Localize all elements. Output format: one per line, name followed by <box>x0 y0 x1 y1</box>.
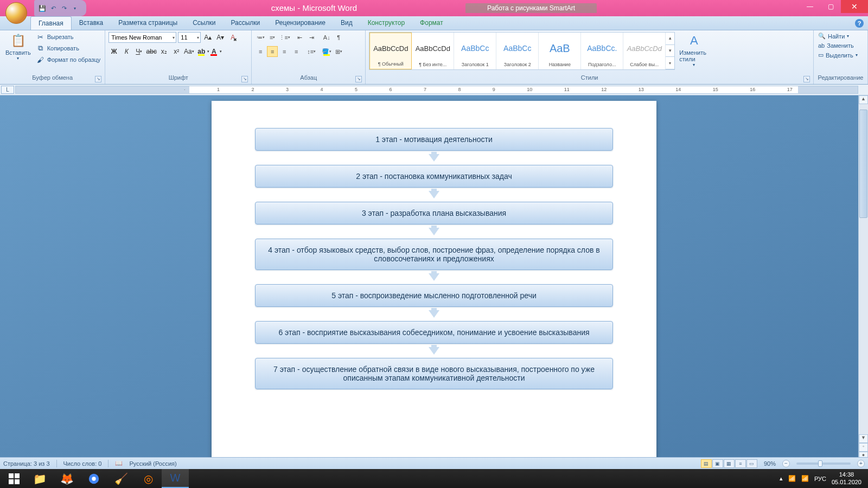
scroll-thumb[interactable] <box>859 110 867 218</box>
style-item[interactable]: AaBbCcDd¶ Без инте... <box>412 33 454 69</box>
bold-button[interactable]: Ж <box>108 46 119 57</box>
zoom-slider[interactable] <box>796 463 851 465</box>
styles-dialog-launcher[interactable]: ↘ <box>803 76 810 82</box>
taskbar-word[interactable]: W <box>162 469 189 488</box>
find-button[interactable]: 🔍Найти▾ <box>817 32 859 40</box>
redo-icon[interactable]: ↷ <box>59 3 69 13</box>
line-spacing-button[interactable]: ↕≡▾ <box>306 46 317 57</box>
horizontal-ruler[interactable]: ·1234567891011121314151617 <box>15 86 858 94</box>
tab-рассылки[interactable]: Рассылки <box>223 16 267 30</box>
page[interactable]: 1 этап - мотивация деятельности2 этап - … <box>212 101 656 469</box>
close-button[interactable]: ✕ <box>841 0 868 13</box>
smartart-step[interactable]: 3 этап - разработка плана высказывания <box>255 202 613 224</box>
tab-selector[interactable]: L <box>1 86 14 94</box>
gallery-up-icon[interactable]: ▲ <box>666 33 674 45</box>
tab-вставка[interactable]: Вставка <box>72 16 111 30</box>
font-size-combo[interactable]: 11▾ <box>178 32 201 43</box>
grow-font-button[interactable]: A▴ <box>202 32 213 43</box>
justify-button[interactable]: ≡ <box>291 46 302 57</box>
tab-рецензирование[interactable]: Рецензирование <box>267 16 333 30</box>
change-case-button[interactable]: Aa▾ <box>183 46 194 57</box>
minimize-button[interactable]: — <box>800 0 820 13</box>
vertical-scrollbar[interactable]: ▲ ▼ ◦ ● ◦ <box>858 95 868 469</box>
draft-view[interactable]: ▭ <box>746 459 757 468</box>
style-item[interactable]: AaBbCcЗаголовок 1 <box>454 33 496 69</box>
highlight-color-button[interactable]: ab▾ <box>196 46 207 57</box>
tab-разметка-страницы[interactable]: Разметка страницы <box>111 16 185 30</box>
zoom-in-button[interactable]: + <box>857 460 865 467</box>
tab-вид[interactable]: Вид <box>333 16 360 30</box>
tray-clock[interactable]: 14:38 05.01.2020 <box>832 471 861 485</box>
tray-network-icon[interactable]: 📶 <box>788 475 796 482</box>
underline-button[interactable]: Ч▾ <box>133 46 144 57</box>
prev-page-icon[interactable]: ◦ <box>859 443 868 452</box>
bullets-button[interactable]: ≔▾ <box>255 32 266 43</box>
zoom-value[interactable]: 90% <box>764 460 776 467</box>
taskbar-explorer[interactable]: 📁 <box>26 469 53 488</box>
shrink-font-button[interactable]: A▾ <box>215 32 226 43</box>
taskbar-chrome[interactable] <box>80 469 107 488</box>
gallery-down-icon[interactable]: ▼ <box>666 45 674 57</box>
subscript-button[interactable]: x₂ <box>158 46 169 57</box>
tab-формат[interactable]: Формат <box>412 16 451 30</box>
font-color-button[interactable]: A▾ <box>208 46 219 57</box>
full-screen-view[interactable]: ▣ <box>712 459 723 468</box>
zoom-out-button[interactable]: − <box>782 460 790 467</box>
qat-customize-icon[interactable]: ▾ <box>70 3 80 13</box>
smartart-step[interactable]: 7 этап - осуществление обратной связи в … <box>255 358 613 389</box>
tray-volume-icon[interactable]: 📶 <box>801 475 809 482</box>
style-item[interactable]: AaBbCcDdСлабое вы... <box>623 33 666 69</box>
gallery-more-icon[interactable]: ▾ <box>666 57 674 69</box>
print-layout-view[interactable]: ▤ <box>701 459 712 468</box>
smartart-diagram[interactable]: 1 этап - мотивация деятельности2 этап - … <box>244 128 624 389</box>
replace-button[interactable]: abЗаменить <box>817 42 859 49</box>
save-icon[interactable]: 💾 <box>37 3 47 13</box>
smartart-step[interactable]: 5 этап - воспроизведение мысленно подгот… <box>255 284 613 307</box>
clear-formatting-button[interactable]: A✖ <box>227 32 238 43</box>
paragraph-dialog-launcher[interactable]: ↘ <box>355 76 362 82</box>
proofing-icon[interactable]: 📖 <box>115 460 123 467</box>
numbering-button[interactable]: ≡▾ <box>267 32 278 43</box>
font-dialog-launcher[interactable]: ↘ <box>241 76 248 82</box>
tray-show-hidden-icon[interactable]: ▴ <box>780 475 783 482</box>
scroll-down-icon[interactable]: ▼ <box>859 434 868 443</box>
tab-конструктор[interactable]: Конструктор <box>360 16 412 30</box>
clipboard-dialog-launcher[interactable]: ↘ <box>95 76 101 82</box>
scroll-up-icon[interactable]: ▲ <box>859 95 868 104</box>
style-item[interactable]: AaBbCcDd¶ Обычный <box>369 33 412 69</box>
shading-button[interactable]: 🪣▾ <box>321 46 332 57</box>
style-item[interactable]: AaBbCc.Подзаголо... <box>581 33 623 69</box>
taskbar-ccleaner[interactable]: 🧹 <box>107 469 135 488</box>
web-layout-view[interactable]: ▦ <box>724 459 735 468</box>
taskbar-firefox[interactable]: 🦊 <box>53 469 80 488</box>
align-center-button[interactable]: ≡ <box>267 46 278 57</box>
style-item[interactable]: AaBbCcЗаголовок 2 <box>496 33 539 69</box>
undo-icon[interactable]: ↶ <box>48 3 58 13</box>
paste-button[interactable]: 📋 Вставить ▾ <box>3 32 33 62</box>
word-count[interactable]: Число слов: 0 <box>63 460 102 467</box>
help-icon[interactable]: ? <box>855 19 864 28</box>
format-painter-button[interactable]: 🖌Формат по образцу <box>35 55 102 65</box>
smartart-step[interactable]: 6 этап - восприятие высказывания собесед… <box>255 321 613 344</box>
show-marks-button[interactable]: ¶ <box>333 32 344 43</box>
maximize-button[interactable]: ▢ <box>820 0 841 13</box>
copy-button[interactable]: ⧉Копировать <box>35 43 102 53</box>
tab-ссылки[interactable]: Ссылки <box>185 16 223 30</box>
page-indicator[interactable]: Страница: 3 из 3 <box>3 460 50 467</box>
cut-button[interactable]: ✂Вырезать <box>35 32 102 42</box>
smartart-step[interactable]: 4 этап - отбор языковых средств, выбор с… <box>255 239 613 270</box>
sort-button[interactable]: A↓ <box>321 32 332 43</box>
tray-language[interactable]: РУС <box>814 476 826 482</box>
strikethrough-button[interactable]: abc <box>146 46 157 57</box>
superscript-button[interactable]: x² <box>171 46 182 57</box>
office-button[interactable] <box>5 2 27 24</box>
outline-view[interactable]: ≡ <box>735 459 746 468</box>
select-button[interactable]: ▭Выделить▾ <box>817 51 859 59</box>
language-indicator[interactable]: Русский (Россия) <box>129 460 176 467</box>
font-name-combo[interactable]: Times New Roman▾ <box>108 32 176 43</box>
style-item[interactable]: AaBНазвание <box>539 33 581 69</box>
increase-indent-button[interactable]: ⇥ <box>306 32 317 43</box>
decrease-indent-button[interactable]: ⇤ <box>294 32 305 43</box>
align-left-button[interactable]: ≡ <box>255 46 266 57</box>
align-right-button[interactable]: ≡ <box>279 46 290 57</box>
